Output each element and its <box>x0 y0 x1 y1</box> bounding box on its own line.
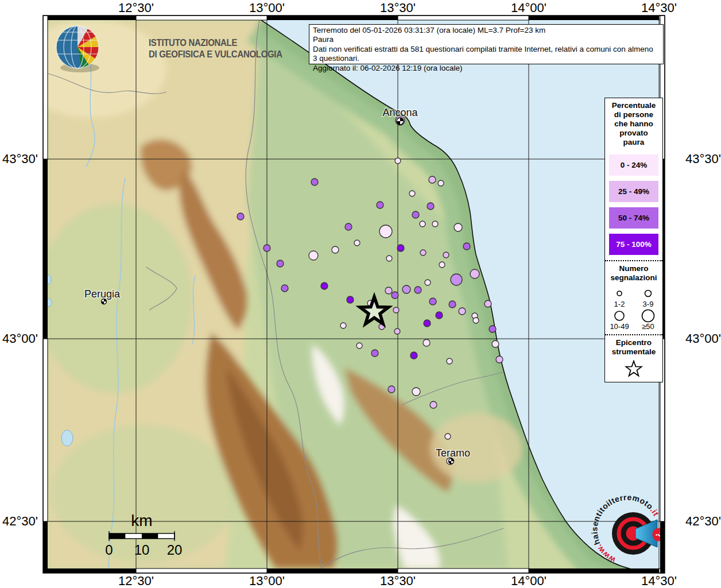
legend-class-swatch: 75 - 100% <box>609 234 658 255</box>
legend-signals-section: Numerosegnalazioni 1-23-910-49≥50 <box>605 260 662 334</box>
city-label: Ancona <box>382 107 418 118</box>
lat-label: 43°00' <box>0 331 38 346</box>
felt-report-point <box>354 240 360 246</box>
felt-report-point <box>430 401 437 408</box>
felt-report-point <box>463 243 470 250</box>
ingv-title-line2: DI GEOFISICA E VULCANOLOGIA <box>149 49 282 59</box>
felt-report-point <box>432 221 438 227</box>
legend-size-item: 3-9 <box>641 286 656 308</box>
legend-title: Percentualedi personeche hannoprovatopau… <box>605 98 662 149</box>
felt-report-point <box>470 269 479 278</box>
legend-class-swatch: 0 - 24% <box>609 154 658 176</box>
lon-label: 14°00' <box>511 574 546 588</box>
felt-report-point <box>425 280 431 285</box>
event-updated-line: Aggiornato il: 06-02-2026 12:19 (ora loc… <box>313 64 660 73</box>
felt-report-point <box>394 328 400 334</box>
felt-report-point <box>473 318 479 323</box>
lon-label: 14°00' <box>511 1 546 16</box>
felt-report-point <box>438 180 444 186</box>
felt-report-point <box>427 203 434 210</box>
felt-report-point <box>391 292 398 299</box>
size-circle-icon <box>612 286 627 301</box>
lon-label: 13°30' <box>380 574 416 588</box>
felt-report-point <box>429 176 436 183</box>
lat-label: 42°30' <box>0 514 38 529</box>
felt-report-point <box>386 256 392 261</box>
felt-report-point <box>277 260 284 267</box>
legend-class-swatch: 25 - 49% <box>609 181 658 202</box>
felt-report-point <box>395 158 401 164</box>
felt-report-point <box>311 179 318 185</box>
felt-report-point <box>410 352 417 359</box>
lon-label: 13°00' <box>249 574 285 588</box>
felt-report-point <box>347 296 354 303</box>
lat-label: 43°30' <box>0 152 38 167</box>
size-circle-icon <box>612 308 627 323</box>
event-data-line: Dati non verificati estratti da 581 ques… <box>313 45 660 64</box>
felt-report-point <box>409 191 415 196</box>
scale-tick-10: 10 <box>134 542 150 558</box>
felt-report-point <box>371 350 378 357</box>
legend-size-item: 10-49 <box>610 308 629 331</box>
epicenter-star-icon <box>624 360 644 378</box>
felt-report-point <box>429 298 436 305</box>
lon-label: 12°30' <box>118 574 154 588</box>
felt-report-point <box>237 213 244 220</box>
scale-tick-20: 20 <box>167 542 183 558</box>
legend-panel: Percentualedi personeche hannoprovatopau… <box>604 98 663 382</box>
lat-label: 43°00' <box>685 331 721 346</box>
lon-label: 13°00' <box>249 1 285 16</box>
felt-report-point <box>449 301 456 308</box>
felt-report-point <box>439 262 445 268</box>
felt-report-point <box>345 223 352 230</box>
felt-report-point <box>393 307 399 313</box>
felt-report-point <box>356 343 362 349</box>
lat-label: 42°30' <box>685 514 721 529</box>
legend-size-item: 1-2 <box>612 286 627 308</box>
felt-report-point <box>423 339 430 346</box>
felt-report-point <box>388 386 395 393</box>
lon-label: 14°30' <box>641 574 677 588</box>
felt-report-point <box>412 211 419 218</box>
legend-percent-classes: 0 - 24%25 - 49%50 - 74%75 - 100% <box>605 154 662 255</box>
felt-report-point <box>309 251 318 260</box>
size-circle-icon <box>641 286 656 301</box>
event-title-line: Terremoto del 05-01-2026 03:31:37 (ora l… <box>313 26 660 35</box>
lon-label: 14°30' <box>641 1 677 16</box>
felt-report-point <box>332 246 339 253</box>
ingv-title-line1: ISTITUTO NAZIONALE <box>149 38 237 48</box>
felt-report-point <box>397 245 404 252</box>
felt-report-point <box>340 323 346 328</box>
felt-report-point <box>489 326 496 332</box>
map-content: AnconaPerugiaTeramo km 0 10 20 www.haise… <box>17 20 666 572</box>
scale-tick-0: 0 <box>105 542 113 558</box>
felt-report-point <box>412 388 420 396</box>
felt-report-point <box>414 287 421 293</box>
felt-report-point <box>281 285 288 292</box>
felt-report-point <box>420 250 426 256</box>
felt-report-point <box>496 356 503 363</box>
felt-report-point <box>424 320 431 327</box>
ingv-felt-map-page: AnconaPerugiaTeramo km 0 10 20 www.haise… <box>0 0 721 588</box>
size-circle-icon <box>641 308 656 323</box>
city-marker-icon <box>397 118 404 125</box>
event-info-box: Terremoto del 05-01-2026 03:31:37 (ora l… <box>309 24 664 64</box>
felt-report-point <box>454 223 462 231</box>
legend-class-swatch: 50 - 74% <box>609 207 658 229</box>
felt-report-point <box>484 300 491 307</box>
city-label: Perugia <box>84 288 121 300</box>
felt-report-point <box>445 434 451 439</box>
felt-report-point <box>379 225 392 238</box>
felt-report-point <box>436 312 443 319</box>
felt-report-point <box>385 287 392 294</box>
felt-report-point <box>492 341 499 347</box>
felt-report-point <box>459 308 466 315</box>
felt-report-point <box>321 283 328 289</box>
lat-label: 43°30' <box>685 152 721 167</box>
scale-unit-label: km <box>131 512 152 529</box>
felt-report-point <box>377 202 383 208</box>
felt-report-point <box>443 252 449 258</box>
legend-signals-title: Numerosegnalazioni <box>605 261 662 285</box>
felt-report-point <box>263 245 270 252</box>
legend-epicenter-title: Epicentrostrumentale <box>605 335 662 359</box>
